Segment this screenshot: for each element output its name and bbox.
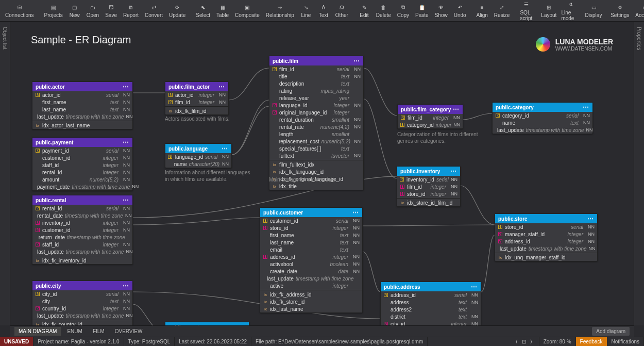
column-row[interactable]: staff_idintegerNN — [32, 161, 132, 169]
entity-header[interactable]: public.store⋯ — [495, 214, 597, 223]
object-list-strip[interactable]: Object list — [0, 22, 10, 325]
entity-payment[interactable]: public.payment⋯⚿payment_idserialNNcustom… — [32, 137, 133, 191]
align-button[interactable]: ≡Align — [473, 0, 491, 21]
column-row[interactable]: ⚿actor_idintegerNN — [165, 91, 228, 98]
index-row[interactable]: ixidx_unq_manager_staff_id — [495, 254, 597, 261]
column-row[interactable]: ⚿address_idintegerNN — [495, 238, 597, 245]
entity-header[interactable]: public.customer⋯ — [260, 208, 362, 217]
column-row[interactable]: last_updatetimestamp with time zone — [260, 275, 362, 282]
column-row[interactable]: districttextNN — [381, 313, 481, 320]
column-row[interactable]: amountnumeric(5,2)NN — [32, 176, 132, 183]
column-row[interactable]: ⚿actor_idserialNN — [32, 91, 132, 98]
entity-address[interactable]: public.address⋯⚿address_idserialNNaddres… — [380, 282, 481, 325]
column-row[interactable]: ⚿inventory_idintegerNN — [32, 219, 132, 226]
column-row[interactable]: ⚿film_idintegerNN — [165, 98, 228, 106]
column-row[interactable]: namecharacter(20)NN — [165, 160, 231, 168]
entity-header[interactable]: public.film_actor⋯ — [165, 82, 228, 91]
delete-button[interactable]: 🗑Delete — [373, 0, 394, 21]
column-row[interactable]: activeinteger — [260, 282, 362, 289]
status-zoom[interactable]: Zoom: 80 % — [539, 337, 576, 346]
index-row[interactable]: ixidx_fk_language_id — [269, 168, 363, 175]
entity-menu-icon[interactable]: ⋯ — [123, 282, 129, 289]
index-row[interactable]: ixidx_fk_address_id — [260, 291, 362, 298]
column-row[interactable]: last_updatetimestamp with time zoneNN — [32, 312, 132, 319]
column-row[interactable]: ⚿film_idintegerNN — [397, 183, 460, 190]
copy-button[interactable]: ⧉Copy — [394, 0, 412, 21]
save-button[interactable]: 🖫Save — [102, 0, 120, 21]
entity-actor[interactable]: public.actor⋯⚿actor_idserialNNfirst_name… — [32, 81, 133, 129]
column-row[interactable]: ⚿city_idserialNN — [32, 290, 132, 298]
entity-store[interactable]: public.store⋯⚿store_idserialNN⚿manager_s… — [495, 213, 598, 261]
column-row[interactable]: ⚿category_idintegerNN — [398, 121, 463, 128]
entity-rental[interactable]: public.rental⋯⚿rental_idserialNNrental_d… — [32, 195, 133, 265]
column-row[interactable]: rental_idintegerNN — [32, 169, 132, 176]
layout-button[interactable]: ⊞Layout — [539, 0, 558, 21]
column-row[interactable]: citytextNN — [32, 298, 132, 305]
entity-header[interactable]: public.actor⋯ — [32, 82, 132, 91]
column-row[interactable]: addresstextNN — [381, 299, 481, 306]
nav-left-icon[interactable]: ⟨ — [513, 339, 520, 344]
column-row[interactable]: activeboolbooleanNN — [260, 260, 362, 268]
column-row[interactable]: ⚿rental_idserialNN — [32, 205, 132, 212]
add-diagram-button[interactable]: Add diagram — [592, 327, 630, 336]
update-button[interactable]: ⟳Update — [166, 0, 189, 21]
column-row[interactable]: create_datedateNN — [260, 268, 362, 275]
column-row[interactable]: ⚿address_idserialNN — [381, 291, 481, 299]
column-row[interactable]: ⚿staff_idintegerNN — [32, 241, 132, 248]
entity-header[interactable]: public.film_category⋯ — [398, 105, 463, 114]
column-row[interactable]: first_nametextNN — [32, 98, 132, 106]
composite-button[interactable]: ▣Composite — [232, 0, 263, 21]
column-row[interactable]: ⚿film_idserialNN — [269, 65, 363, 73]
entity-film[interactable]: public.film⋯⚿film_idserialNNtitletextNNd… — [269, 56, 364, 190]
column-row[interactable]: payment_datetimestamp with time zoneNN — [32, 183, 132, 190]
undo-button[interactable]: ↶Undo — [451, 0, 469, 21]
entity-menu-icon[interactable]: ⋯ — [450, 168, 457, 175]
column-row[interactable]: replacement_costnumeric(5,2)NN — [269, 138, 363, 145]
settings-button[interactable]: ⚙Settings — [607, 0, 632, 21]
index-row[interactable]: ixidx_store_id_film_id — [397, 199, 460, 206]
convert-button[interactable]: ⇄Convert — [142, 0, 166, 21]
column-row[interactable]: ⚿original_language_idinteger — [269, 109, 363, 116]
column-row[interactable]: ⚿customer_idintegerNN — [32, 226, 132, 234]
index-row[interactable]: ixidx_fk_store_id — [260, 298, 362, 305]
edit-button[interactable]: ✎Edit — [355, 0, 373, 21]
other-button[interactable]: ☊Other — [332, 0, 351, 21]
text-button[interactable]: AText — [315, 0, 332, 21]
index-row[interactable]: ixidx_fk_inventory_id — [32, 257, 132, 264]
column-row[interactable]: customer_idintegerNN — [32, 154, 132, 161]
entity-menu-icon[interactable]: ⋯ — [587, 215, 594, 222]
column-row[interactable]: nametextNN — [493, 119, 592, 126]
tab-enum[interactable]: ENUM — [63, 327, 86, 336]
index-row[interactable]: ixidx_fk_country_id — [32, 321, 132, 325]
open-button[interactable]: 🗀Open — [83, 0, 102, 21]
entity-header[interactable]: public.rental⋯ — [32, 195, 132, 205]
column-row[interactable]: last_updatetimestamp with time zoneNN — [32, 113, 132, 120]
column-row[interactable]: lengthsmallint — [269, 130, 363, 138]
entity-menu-icon[interactable]: ⋯ — [123, 196, 129, 204]
column-row[interactable]: emailtext — [260, 246, 362, 253]
status-notifications[interactable]: Notifications — [607, 337, 644, 346]
status-nav-icons[interactable]: ⟨ ⊡ ⟩ — [509, 337, 539, 346]
entity-menu-icon[interactable]: ⋯ — [453, 106, 460, 113]
status-unsaved[interactable]: UNSAVED — [0, 337, 33, 346]
column-row[interactable]: ⚿film_idintegerNN — [398, 114, 463, 121]
column-row[interactable]: last_updatetimestamp with time zoneNN — [495, 245, 597, 252]
tab-film[interactable]: FILM — [89, 327, 109, 336]
entity-film_category[interactable]: public.film_category⋯⚿film_idintegerNN⚿c… — [397, 104, 463, 129]
entity-menu-icon[interactable]: ⋯ — [471, 283, 478, 290]
entity-header[interactable]: public.film⋯ — [269, 56, 363, 65]
relationship-button[interactable]: ⇢Relationship — [263, 0, 297, 21]
entity-inventory[interactable]: public.inventory⋯⚿inventory_idserialNN⚿f… — [397, 166, 461, 207]
entity-header[interactable]: public.payment⋯ — [32, 138, 132, 147]
entity-country[interactable]: public.country⋯⚿country_idserialNNcountr… — [165, 322, 249, 325]
column-row[interactable]: last_updatetimestamp with time zoneNN — [493, 126, 592, 134]
column-row[interactable]: ⚿country_idintegerNN — [32, 305, 132, 312]
entity-header[interactable]: public.city⋯ — [32, 281, 132, 290]
column-row[interactable]: descriptiontext — [269, 80, 363, 87]
column-row[interactable]: ⚿payment_idserialNN — [32, 147, 132, 154]
column-row[interactable]: special_features[ ]text — [269, 145, 363, 152]
entity-header[interactable]: public.inventory⋯ — [397, 167, 460, 176]
entity-menu-icon[interactable]: ⋯ — [123, 139, 129, 146]
column-row[interactable]: address2text — [381, 306, 481, 313]
column-row[interactable]: rental_durationsmallintNN — [269, 116, 363, 123]
